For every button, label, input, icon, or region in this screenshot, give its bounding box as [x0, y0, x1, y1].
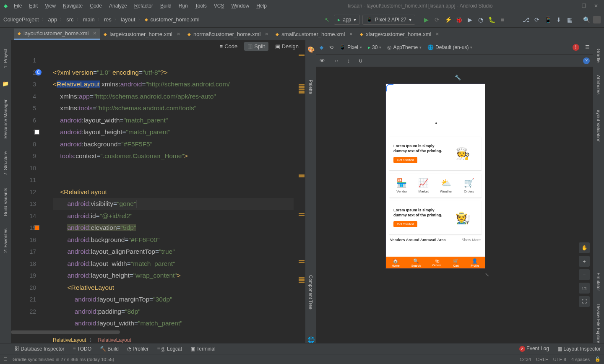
orientation-icon[interactable]: ⟲ [329, 44, 333, 50]
get-started-button-2[interactable]: Get Started [393, 221, 417, 227]
close-tab-icon[interactable]: ✕ [177, 31, 180, 37]
close-tab-icon[interactable]: ✕ [265, 31, 268, 37]
git-icon[interactable]: ⎇ [522, 16, 530, 23]
layout-inspector-button[interactable]: ▦ Layout Inspector [557, 346, 601, 352]
apply-code-icon[interactable]: ⚡ [444, 16, 452, 23]
debug-icon[interactable]: 🐞 [455, 16, 463, 23]
horizontal-scrollbar[interactable] [11, 330, 305, 335]
code-text[interactable]: <?xml version="1.0" encoding="utf-8"?> <… [53, 55, 294, 341]
cursor-position[interactable]: 12:34 [520, 357, 531, 362]
toolwindow-resourcemanager[interactable]: Resource Manager [3, 99, 8, 139]
terminal-button[interactable]: ▣ Terminal [190, 346, 215, 352]
build-button[interactable]: 🔨 Build [100, 346, 119, 352]
close-icon[interactable]: ✕ [594, 3, 598, 9]
zoom-out-icon[interactable]: － [579, 269, 590, 280]
menu-window[interactable]: Window [228, 3, 252, 9]
nav-orders[interactable]: 🛍Orders [432, 258, 441, 267]
nav-home[interactable]: 🏠Home [392, 258, 400, 267]
user-icon[interactable] [593, 16, 601, 23]
theme-selector[interactable]: ◎ AppTheme ▾ [387, 44, 422, 50]
nav-profile[interactable]: 👤Profile [471, 258, 479, 267]
apply-changes-icon[interactable]: ⟳ [433, 16, 441, 23]
nav-cart[interactable]: 🛒Cart [453, 258, 459, 267]
toolwindow-componenttree[interactable]: Component Tree [308, 275, 313, 309]
editor-tab[interactable]: ◆normal\customer_home.xml✕ [184, 29, 272, 40]
lock-icon[interactable]: 🔓 [595, 356, 601, 362]
viewmode-split[interactable]: ◫Split [244, 42, 268, 51]
class-marker-icon[interactable]: C [35, 69, 42, 75]
menu-vcs[interactable]: VCS [211, 3, 227, 9]
maximize-icon[interactable]: ❐ [582, 3, 586, 9]
palette-icon[interactable]: 🎨 [306, 44, 316, 55]
error-stripe[interactable] [297, 55, 305, 315]
fit-screen-icon[interactable]: ⛶ [579, 296, 590, 307]
resize-handle-icon[interactable]: ||| [484, 273, 488, 277]
close-tab-icon[interactable]: ✕ [435, 31, 439, 37]
magnet-icon[interactable]: ∪ [359, 57, 363, 64]
toolwindow-favorites[interactable]: 2: Favorites [3, 229, 8, 252]
minimize-icon[interactable]: ─ [570, 3, 574, 9]
sdk-manager-icon[interactable]: ⬇ [555, 16, 563, 23]
menu-view[interactable]: View [42, 3, 59, 9]
toolwindow-palette[interactable]: Palette [308, 80, 313, 94]
menu-file[interactable]: File [11, 3, 25, 9]
profiler-button[interactable]: ◔ Profiler [127, 346, 148, 352]
toolwindow-emulator[interactable]: Emulator [596, 273, 601, 291]
breadcrumb[interactable]: CollegeProject〉 app〉 src〉 main〉 res〉 lay… [3, 16, 200, 23]
sync-icon[interactable]: ⟳ [533, 16, 541, 23]
get-started-button[interactable]: Get Started [393, 157, 417, 163]
menu-build[interactable]: Build [157, 3, 174, 9]
zoom-in-icon[interactable]: ＋ [579, 256, 590, 267]
toolwindow-attributes[interactable]: Attributes [596, 75, 601, 94]
db-inspector-button[interactable]: 🗄 Database Inspector [14, 346, 64, 352]
close-tab-icon[interactable]: ✕ [349, 31, 353, 37]
logcat-button[interactable]: ≡ 6: Logcat [157, 346, 182, 352]
device-selector[interactable]: 📱 Pixel ▾ [339, 44, 362, 50]
menu-edit[interactable]: Edit [26, 3, 41, 9]
viewmode-code[interactable]: ≡Code [216, 42, 241, 51]
editor-tab[interactable]: ◆small\customer_home.xml✕ [272, 29, 356, 40]
color-swatch-icon[interactable] [34, 225, 39, 230]
category-weather[interactable]: ⛅Weather [440, 178, 453, 193]
event-log-button[interactable]: 2 Event Log [519, 346, 549, 352]
nav-search[interactable]: 🔍Search [411, 258, 421, 267]
autoconnect-icon[interactable]: ↔ [333, 57, 339, 64]
wrench-icon[interactable]: 🔧 [455, 75, 461, 81]
stop-icon[interactable]: ■ [498, 16, 507, 23]
menu-navigate[interactable]: Navigate [60, 3, 86, 9]
menu-analyze[interactable]: Analyze [106, 3, 130, 9]
toolwindow-gradle[interactable]: Gradle [596, 49, 601, 62]
run-icon[interactable]: ▶ [422, 16, 430, 23]
editor-tab[interactable]: ◆xlarge\customer_home.xml✕ [357, 29, 443, 40]
run-config-selector[interactable]: ▸app▾ [334, 15, 360, 25]
file-encoding[interactable]: UTF-8 [553, 357, 566, 362]
device-preview[interactable]: Lorem Ipsum is simply dummy text of the … [386, 84, 485, 268]
close-tab-icon[interactable]: ✕ [93, 31, 96, 36]
default-margins-icon[interactable]: ↕ [347, 57, 350, 64]
todo-button[interactable]: ≡ TODO [73, 346, 91, 352]
menu-tools[interactable]: Tools [192, 3, 210, 9]
api-selector[interactable]: ▸ 30 ▾ [368, 44, 381, 50]
category-orders[interactable]: 🛒Orders [464, 178, 474, 193]
editor-tab[interactable]: ◆layout\customer_home.xml✕ [14, 29, 100, 40]
design-surface-icon[interactable]: ◆ [320, 44, 323, 50]
toolwindow-project[interactable]: 1: Project [3, 49, 8, 68]
menu-run[interactable]: Run [176, 3, 191, 9]
color-swatch-icon[interactable] [34, 130, 39, 135]
menu-code[interactable]: Code [87, 3, 105, 9]
show-more-link[interactable]: Show More [461, 238, 481, 242]
toolwindow-buildvariants[interactable]: Build Variants [3, 188, 8, 216]
help-icon[interactable]: ? [583, 57, 590, 64]
viewmode-design[interactable]: ▣Design [272, 42, 302, 51]
attributes-collapse-icon[interactable]: ☰ [585, 44, 590, 50]
editor-tab[interactable]: ◆large\customer_home.xml✕ [100, 29, 184, 40]
resource-manager-icon[interactable]: ▦ [565, 16, 574, 23]
pan-icon[interactable]: ✋ [579, 242, 590, 253]
category-vendor[interactable]: 🏪Vendor [396, 178, 407, 193]
search-icon[interactable]: 🔍 [582, 16, 591, 23]
error-badge-icon[interactable]: ! [573, 44, 579, 51]
code-editor[interactable]: ≡Code ◫Split ▣Design 1 2C 3 4 5 6 7 8 9 … [11, 40, 305, 345]
preview-canvas[interactable]: 🔧 Lorem Ipsum is simply dummy text of th… [316, 67, 593, 345]
profile-icon[interactable]: ◔ [476, 16, 485, 23]
attach-debugger-icon[interactable]: 🐛 [487, 16, 496, 23]
